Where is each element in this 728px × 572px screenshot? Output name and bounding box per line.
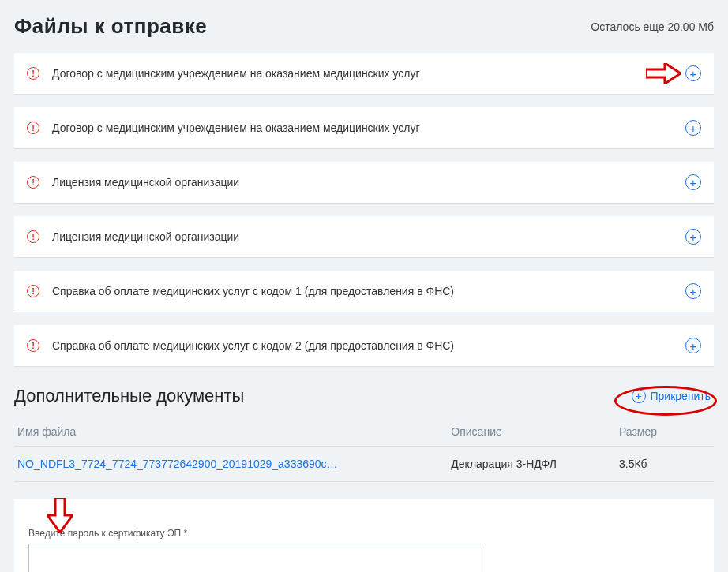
file-card: !Справка об оплате медицинских услуг с к… [14, 271, 714, 312]
file-link[interactable]: NO_NDFL3_7724_7724_773772642900_20191029… [17, 458, 338, 470]
warning-icon: ! [27, 285, 39, 297]
file-label: Справка об оплате медицинских услуг с ко… [52, 285, 454, 297]
file-left: !Справка об оплате медицинских услуг с к… [27, 339, 454, 352]
remaining-space: Осталось еще 20.00 Мб [591, 21, 714, 33]
password-block: Введите пароль к сертификату ЭП * [14, 499, 714, 572]
add-file-icon[interactable]: + [685, 174, 701, 190]
file-label: Договор с медицинским учреждением на ока… [52, 122, 420, 134]
annotation-arrow-right [646, 63, 681, 84]
warning-icon: ! [27, 339, 39, 352]
col-header-desc: Описание [448, 417, 616, 447]
file-size: 3.5Кб [616, 447, 714, 482]
attachments-table: Имя файла Описание Размер NO_NDFL3_7724_… [14, 417, 714, 482]
col-header-size: Размер [616, 417, 714, 447]
file-left: !Справка об оплате медицинских услуг с к… [27, 285, 454, 297]
file-label: Лицензия медицинской организации [52, 176, 239, 189]
add-file-icon[interactable]: + [685, 229, 701, 245]
file-left: !Договор с медицинским учреждением на ок… [27, 122, 420, 134]
file-left: !Лицензия медицинской организации [27, 176, 239, 189]
add-file-icon[interactable]: + [685, 120, 701, 136]
page-title: Файлы к отправке [14, 14, 207, 39]
warning-icon: ! [27, 176, 39, 189]
warning-icon: ! [27, 230, 39, 243]
file-card: !Договор с медицинским учреждением на ок… [14, 107, 714, 149]
file-label: Договор с медицинским учреждением на ока… [52, 67, 420, 80]
file-card: !Договор с медицинским учреждением на ок… [14, 53, 714, 95]
file-label: Лицензия медицинской организации [52, 230, 239, 243]
col-header-name: Имя файла [14, 417, 448, 447]
password-input[interactable] [28, 544, 486, 572]
attach-label: Прикрепить [651, 390, 711, 402]
warning-icon: ! [27, 67, 39, 80]
add-file-icon[interactable]: + [685, 65, 701, 81]
warning-icon: ! [27, 122, 39, 134]
file-card: !Лицензия медицинской организации+ [14, 162, 714, 204]
add-file-icon[interactable]: + [685, 338, 701, 353]
additional-documents-section: Дополнительные документы + Прикрепить Им… [14, 379, 714, 482]
file-description: Декларация 3-НДФЛ [448, 447, 616, 482]
files-list: !Договор с медицинским учреждением на ок… [14, 53, 714, 367]
plus-icon: + [632, 389, 646, 403]
table-row: NO_NDFL3_7724_7724_773772642900_20191029… [14, 447, 714, 482]
header-row: Файлы к отправке Осталось еще 20.00 Мб [14, 14, 714, 39]
additional-header: Дополнительные документы + Прикрепить [14, 379, 714, 414]
file-left: !Договор с медицинским учреждением на ок… [27, 67, 420, 80]
file-card: !Лицензия медицинской организации+ [14, 216, 714, 258]
file-label: Справка об оплате медицинских услуг с ко… [52, 339, 454, 352]
file-card: !Справка об оплате медицинских услуг с к… [14, 325, 714, 367]
password-label: Введите пароль к сертификату ЭП * [28, 528, 700, 539]
additional-title: Дополнительные документы [14, 386, 244, 406]
add-file-icon[interactable]: + [685, 283, 701, 299]
attach-button[interactable]: + Прикрепить [632, 389, 711, 403]
file-left: !Лицензия медицинской организации [27, 230, 239, 243]
